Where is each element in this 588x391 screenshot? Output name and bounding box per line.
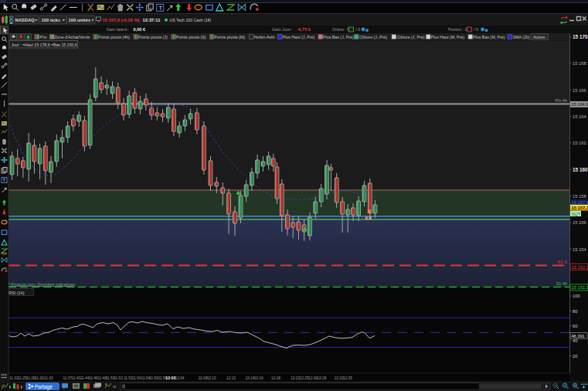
svg-text:S1 4h: S1 4h [556, 281, 567, 286]
svg-text:15 158: 15 158 [573, 194, 586, 199]
svg-text:11:33: 11:33 [44, 376, 53, 380]
svg-text:40: 40 [573, 338, 577, 343]
svg-text:11:52: 11:52 [114, 376, 123, 380]
svg-text:Plus Haut (M, Pré): Plus Haut (M, Pré) [431, 35, 465, 39]
svg-text:Plus Bas (J, Pré): Plus Bas (J, Pré) [323, 35, 354, 39]
svg-text:80: 80 [573, 309, 577, 314]
svg-text:/ 0: / 0 [474, 27, 478, 32]
svg-text:Gain Jour :: Gain Jour : [272, 27, 294, 32]
svg-text:15 168: 15 168 [573, 61, 586, 66]
svg-text:15 151,1: 15 151,1 [572, 285, 588, 290]
svg-text:Gain latent :: Gain latent : [107, 27, 131, 32]
svg-text:12:35: 12:35 [343, 376, 352, 380]
svg-text:Clôture (J, Pré): Clôture (J, Pré) [359, 35, 387, 39]
svg-text:US Tech 100 Cash (1€): US Tech 100 Cash (1€) [170, 18, 212, 22]
svg-text:Autres: Autres [533, 35, 546, 39]
svg-text:T: T [158, 5, 162, 12]
svg-text:RSI (14): RSI (14) [8, 291, 25, 295]
svg-text:Points pivots (M): Points pivots (M) [215, 35, 246, 39]
svg-text:«: « [113, 383, 117, 390]
svg-text:Ordres : 0: Ordres : 0 [332, 28, 349, 32]
svg-text:R1 S: R1 S [558, 260, 568, 264]
svg-text:SQT: SQT [572, 212, 581, 216]
svg-text:Points pivots (S): Points pivots (S) [176, 35, 206, 39]
svg-text:12:04: 12:04 [175, 376, 185, 380]
svg-text:100 unités: 100 unités [69, 18, 90, 22]
svg-text:15 157,3: 15 157,3 [572, 206, 588, 210]
svg-text:60: 60 [573, 324, 577, 328]
svg-text:46,391: 46,391 [572, 334, 585, 338]
svg-text:15 152,7: 15 152,7 [572, 265, 588, 270]
svg-text:15 154: 15 154 [573, 247, 587, 252]
svg-text:0,00 €: 0,00 € [134, 27, 146, 32]
svg-text:© IT-Finance.com, Données indi: © IT-Finance.com, Données indicatives [2, 282, 75, 287]
svg-text:Position : 0: Position : 0 [448, 28, 467, 32]
svg-text:12:37:11: 12:37:11 [143, 18, 161, 22]
svg-text:Clôture (J, Pré): Clôture (J, Pré) [397, 35, 425, 39]
svg-text:/ 0: / 0 [355, 27, 360, 32]
svg-text:-0,75 €: -0,75 € [297, 27, 311, 32]
svg-text:11:40: 11:40 [72, 376, 81, 380]
svg-text:Heikin-Ashi: Heikin-Ashi [254, 35, 275, 39]
svg-text:100: 100 [573, 294, 580, 298]
svg-text:Partagé: Partagé [35, 384, 53, 390]
svg-text:15 157,4: 15 157,4 [572, 200, 588, 205]
svg-text:Zone d'Achat/Vente: Zone d'Achat/Vente [55, 35, 90, 39]
svg-text:Piv 4h: Piv 4h [556, 98, 567, 103]
svg-text:NASDAQ: NASDAQ [15, 18, 36, 22]
svg-text:Points pivots (J): Points pivots (J) [138, 35, 168, 39]
svg-text:15 170: 15 170 [573, 34, 588, 39]
svg-text:12:12: 12:12 [226, 376, 236, 380]
svg-text:Prix: Prix [40, 35, 47, 39]
svg-text:11:46: 11:46 [89, 376, 98, 380]
svg-text:Points pivots (4h): Points pivots (4h) [98, 35, 130, 39]
svg-text:15 166: 15 166 [573, 88, 586, 93]
svg-text:SMA (20): SMA (20) [513, 35, 530, 39]
svg-text:11:30: 11:30 [35, 376, 44, 380]
svg-text:15 164: 15 164 [573, 114, 587, 119]
svg-text:11:56: 11:56 [149, 376, 158, 380]
svg-text:15 164,9: 15 164,9 [572, 102, 588, 107]
svg-text:15 162: 15 162 [573, 141, 586, 145]
svg-text:T: T [3, 178, 6, 182]
svg-text:12:10: 12:10 [207, 376, 216, 380]
svg-text:15 157,3 (-0,10 %): 15 157,3 (-0,10 %) [103, 18, 140, 22]
svg-text:Jour : =Haut 15 178,6 =Bas 15: Jour : =Haut 15 178,6 =Bas 15 150,6 [12, 42, 77, 47]
svg-text:100 ticks: 100 ticks [42, 18, 61, 22]
svg-text:15 156: 15 156 [573, 220, 586, 225]
svg-text:12:18: 12:18 [271, 376, 280, 380]
svg-text:Plus Bas (M, Pré): Plus Bas (M, Pré) [473, 35, 505, 39]
svg-text:12:16: 12:16 [254, 376, 263, 380]
svg-text:Plus Haut (J, Pré): Plus Haut (J, Pré) [283, 35, 315, 39]
svg-text:12:28: 12:28 [317, 376, 326, 380]
svg-text:11:54: 11:54 [132, 376, 141, 380]
svg-text:15 160: 15 160 [573, 167, 588, 172]
svg-text:20: 20 [573, 354, 577, 359]
